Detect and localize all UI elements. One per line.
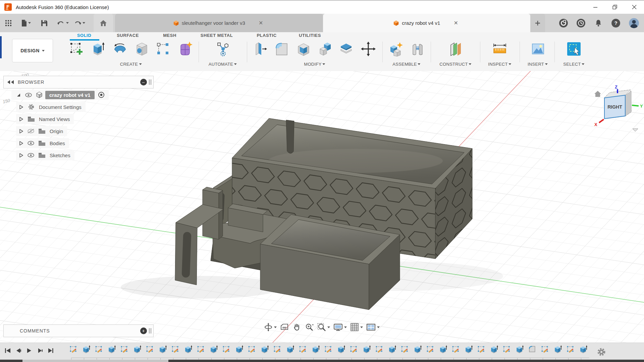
timeline-feature-extrude[interactable] <box>439 345 447 353</box>
browser-drag-grip[interactable] <box>149 79 151 85</box>
rectangular-pattern-button[interactable] <box>155 41 171 57</box>
ribbon-tab-mesh[interactable]: MESH <box>163 33 176 40</box>
grid-snap-button[interactable] <box>350 322 363 332</box>
timeline-feature-sketch[interactable] <box>95 345 103 353</box>
display-settings-button[interactable] <box>333 322 347 332</box>
eye-visible-icon[interactable] <box>27 153 35 158</box>
undo-button[interactable] <box>55 16 71 30</box>
viewcube-menu-arrow[interactable] <box>633 129 638 131</box>
browser-panel-header[interactable]: BROWSER – <box>3 76 154 88</box>
timeline-feature-extrude[interactable] <box>133 345 141 353</box>
combine-button[interactable] <box>317 41 333 57</box>
comments-drag-grip[interactable] <box>149 328 151 334</box>
timeline-feature-extrude[interactable] <box>362 345 371 353</box>
timeline-go-to-end-button[interactable] <box>46 346 55 355</box>
move-copy-button[interactable] <box>360 41 376 57</box>
orbit-button[interactable] <box>264 322 277 332</box>
timeline-play-button[interactable] <box>25 346 34 355</box>
assemble-group-dropdown[interactable]: ASSEMBLE <box>392 62 420 67</box>
ribbon-tab-sheet-metal[interactable]: SHEET METAL <box>201 33 233 40</box>
browser-minimize-button[interactable]: – <box>140 79 147 85</box>
collapsed-arrow-icon[interactable] <box>19 153 23 158</box>
timeline-feature-sketch[interactable] <box>222 345 230 353</box>
timeline-feature-extrude[interactable] <box>260 345 269 353</box>
insert-group-dropdown[interactable]: INSERT <box>528 62 548 67</box>
timeline-feature-sketch[interactable] <box>248 345 256 353</box>
measure-button[interactable] <box>492 41 508 57</box>
timeline-feature-extrude[interactable] <box>286 345 294 353</box>
activate-component-radio[interactable] <box>98 92 105 98</box>
collapsed-arrow-icon[interactable] <box>19 141 23 146</box>
file-menu-button[interactable] <box>19 16 33 30</box>
display-settings-caret[interactable] <box>344 326 347 328</box>
eye-hidden-icon[interactable] <box>27 128 35 134</box>
close-button[interactable] <box>625 1 644 13</box>
hole-button[interactable] <box>134 41 150 57</box>
recent-clock-icon[interactable] <box>576 18 586 28</box>
eye-visible-icon[interactable] <box>24 93 33 98</box>
timeline-feature-sketch[interactable] <box>171 345 179 353</box>
timeline-feature-fillet[interactable] <box>528 345 536 353</box>
automate-button[interactable] <box>215 41 231 57</box>
orbit-caret[interactable] <box>274 326 277 328</box>
notifications-bell-icon[interactable] <box>594 18 603 28</box>
add-comment-button[interactable]: + <box>140 327 147 334</box>
timeline-feature-extrude[interactable] <box>184 345 192 353</box>
viewports-caret[interactable] <box>377 326 380 328</box>
timeline-feature-extrude[interactable] <box>158 345 167 353</box>
timeline-feature-extrude[interactable] <box>413 345 422 353</box>
browser-root-row[interactable]: crazy robot v4 v1 <box>11 90 109 100</box>
timeline-feature-sketch[interactable] <box>299 345 307 353</box>
help-icon[interactable]: ? <box>611 18 621 28</box>
zoom-window-caret[interactable] <box>327 326 330 328</box>
timeline-feature-extrude[interactable] <box>490 345 498 353</box>
ribbon-tab-solid[interactable]: SOLID <box>77 33 91 40</box>
timeline-feature-sketch[interactable] <box>400 345 409 353</box>
timeline-scrollbar-track[interactable] <box>0 360 644 362</box>
root-component-name[interactable]: crazy robot v4 v1 <box>45 91 95 99</box>
save-button[interactable] <box>39 16 50 30</box>
timeline-feature-extrude[interactable] <box>579 345 587 353</box>
create-sketch-button[interactable] <box>68 41 85 57</box>
pan-button[interactable] <box>292 322 302 332</box>
timeline-feature-extrude[interactable] <box>388 345 396 353</box>
construct-plane-button[interactable] <box>447 41 464 57</box>
fillet-button[interactable] <box>274 41 290 57</box>
automate-group-dropdown[interactable]: AUTOMATE <box>209 62 237 67</box>
shell-button[interactable] <box>296 41 312 57</box>
timeline-feature-sketch[interactable] <box>477 345 485 353</box>
new-component-button[interactable] <box>388 41 404 57</box>
timeline-step-forward-button[interactable] <box>36 346 44 355</box>
workspace-selector-design[interactable]: DESIGN <box>12 39 53 62</box>
redo-button[interactable] <box>71 16 88 30</box>
timeline-feature-sketch[interactable] <box>451 345 460 353</box>
timeline-feature-sketch[interactable] <box>350 345 358 353</box>
collapse-browser-icon[interactable] <box>7 80 14 84</box>
look-at-button[interactable] <box>280 322 289 332</box>
expand-arrow-icon[interactable] <box>16 93 21 98</box>
timeline-feature-extrude[interactable] <box>235 345 243 353</box>
timeline-feature-extrude[interactable] <box>464 345 473 353</box>
grid-snap-caret[interactable] <box>360 326 363 328</box>
timeline-feature-sketch[interactable] <box>541 345 549 353</box>
timeline-feature-sketch[interactable] <box>426 345 434 353</box>
timeline-feature-extrude[interactable] <box>209 345 218 353</box>
timeline-feature-sketch[interactable] <box>197 345 205 353</box>
browser-item-named-views[interactable]: Named Views <box>16 114 74 124</box>
ribbon-tab-plastic[interactable]: PLASTIC <box>257 33 276 40</box>
timeline-feature-sketch[interactable] <box>120 345 128 353</box>
minimize-button[interactable] <box>586 1 605 13</box>
timeline-go-to-start-button[interactable] <box>3 346 12 355</box>
timeline-feature-extrude[interactable] <box>82 345 90 353</box>
browser-item-origin[interactable]: Origin <box>16 126 67 136</box>
ribbon-tab-surface[interactable]: SURFACE <box>117 33 139 40</box>
timeline-step-back-button[interactable] <box>14 346 23 355</box>
document-tab-inactive[interactable]: sleutelhanger voor lander v3 ✕ <box>115 14 323 32</box>
viewports-button[interactable] <box>366 322 380 332</box>
inspect-group-dropdown[interactable]: INSPECT <box>488 62 511 67</box>
timeline-settings-gear-icon[interactable] <box>596 347 606 357</box>
timeline-feature-sketch[interactable] <box>502 345 511 353</box>
model-bodies[interactable] <box>121 99 503 318</box>
joint-button[interactable] <box>410 41 426 57</box>
app-grid-menu-button[interactable] <box>3 16 14 30</box>
